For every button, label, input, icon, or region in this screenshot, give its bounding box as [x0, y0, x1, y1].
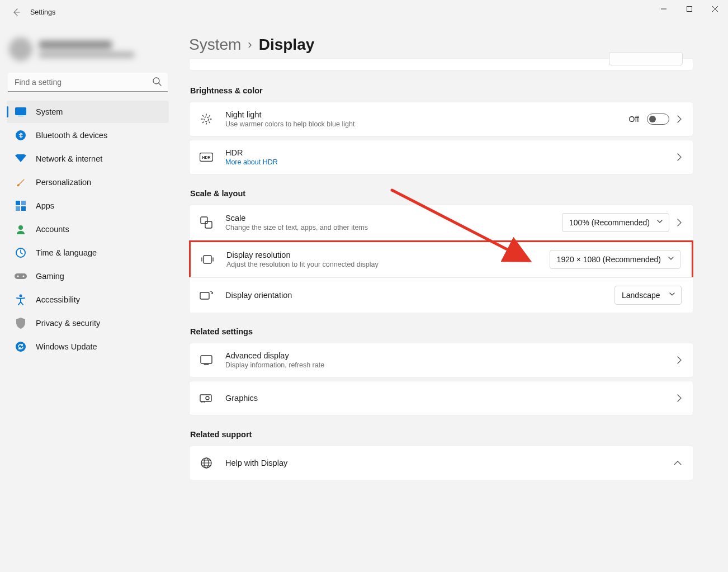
sidebar-item-label: System [36, 107, 63, 116]
sidebar-item-apps[interactable]: Apps [7, 195, 169, 217]
orientation-value: Landscape [622, 291, 660, 300]
scale-sub: Change the size of text, apps, and other… [225, 224, 562, 231]
svg-rect-20 [205, 221, 212, 228]
chevron-right-icon [677, 153, 682, 161]
night-light-state: Off [629, 115, 639, 124]
chevron-right-icon [677, 219, 682, 226]
svg-point-1 [153, 78, 159, 84]
clock-globe-icon [15, 247, 27, 259]
resolution-icon [201, 253, 214, 266]
sidebar-item-system[interactable]: System [7, 101, 169, 123]
page-title: Display [259, 36, 315, 54]
update-icon [15, 341, 27, 353]
svg-rect-23 [201, 356, 212, 363]
back-arrow-icon [12, 8, 21, 17]
main-content: System › Display Brightness & color Nigh… [176, 25, 728, 572]
section-heading-scale: Scale & layout [190, 189, 693, 198]
sidebar: System Bluetooth & devices Network & int… [0, 25, 176, 572]
night-light-row[interactable]: Night light Use warmer colors to help bl… [189, 102, 693, 136]
sidebar-item-personalization[interactable]: Personalization [7, 171, 169, 193]
advanced-display-title: Advanced display [225, 351, 677, 360]
svg-point-16 [204, 117, 209, 121]
svg-point-25 [206, 396, 209, 400]
sidebar-item-time-language[interactable]: Time & language [7, 242, 169, 264]
sidebar-item-label: Gaming [36, 272, 64, 281]
section-heading-related: Related settings [190, 327, 693, 336]
globe-icon [200, 456, 213, 470]
chevron-right-icon [677, 394, 682, 402]
hdr-row[interactable]: HDR HDR More about HDR [189, 140, 693, 174]
svg-point-9 [18, 225, 23, 230]
resolution-sub: Adjust the resolution to fit your connec… [226, 261, 550, 268]
svg-rect-2 [16, 108, 26, 115]
section-heading-support: Related support [190, 430, 693, 439]
svg-text:HDR: HDR [202, 155, 210, 159]
monitor-icon [200, 353, 213, 367]
scale-select[interactable]: 100% (Recommended) [562, 213, 669, 232]
svg-point-15 [16, 342, 26, 352]
minimize-button[interactable] [651, 0, 677, 18]
sidebar-item-label: Apps [36, 201, 54, 210]
help-display-title: Help with Display [225, 458, 674, 467]
sidebar-item-label: Time & language [36, 248, 97, 257]
sidebar-item-bluetooth[interactable]: Bluetooth & devices [7, 124, 169, 146]
graphics-row[interactable]: Graphics [189, 381, 693, 415]
breadcrumb: System › Display [189, 36, 693, 54]
section-heading-brightness: Brightness & color [190, 86, 693, 95]
chevron-down-icon [668, 255, 674, 262]
display-resolution-row[interactable]: Display resolution Adjust the resolution… [189, 240, 693, 277]
orientation-select[interactable]: Landscape [614, 286, 682, 305]
advanced-display-row[interactable]: Advanced display Display information, re… [189, 343, 693, 377]
svg-rect-8 [21, 206, 26, 211]
hdr-more-link[interactable]: More about HDR [225, 158, 677, 166]
sidebar-item-label: Windows Update [36, 342, 97, 351]
hdr-icon: HDR [200, 150, 213, 164]
maximize-button[interactable] [677, 0, 702, 18]
accessibility-icon [15, 294, 27, 306]
advanced-display-sub: Display information, refresh rate [225, 361, 677, 369]
graphics-card-icon [200, 391, 213, 405]
sidebar-item-label: Bluetooth & devices [36, 131, 107, 140]
sidebar-item-windows-update[interactable]: Windows Update [7, 335, 169, 358]
shield-icon [15, 317, 27, 329]
avatar [9, 37, 32, 61]
help-display-row[interactable]: Help with Display [189, 446, 693, 480]
svg-rect-6 [21, 201, 26, 205]
orientation-icon [200, 289, 213, 302]
user-account-block[interactable] [9, 32, 167, 66]
sidebar-item-network[interactable]: Network & internet [7, 148, 169, 170]
person-icon [15, 223, 27, 235]
window-controls [651, 0, 728, 18]
svg-point-13 [23, 276, 25, 277]
orientation-row[interactable]: Display orientation Landscape [189, 277, 693, 313]
sidebar-item-label: Personalization [36, 178, 91, 187]
night-light-sub: Use warmer colors to help block blue lig… [225, 120, 629, 128]
resolution-value: 1920 × 1080 (Recommended) [557, 255, 661, 264]
breadcrumb-parent[interactable]: System [189, 36, 241, 54]
close-button[interactable] [702, 0, 728, 18]
scale-icon [200, 216, 213, 229]
nav: System Bluetooth & devices Network & int… [7, 101, 169, 359]
hdr-title: HDR [225, 148, 677, 157]
svg-rect-0 [687, 7, 692, 12]
chevron-down-icon [669, 291, 675, 297]
sidebar-item-accessibility[interactable]: Accessibility [7, 289, 169, 311]
scale-row[interactable]: Scale Change the size of text, apps, and… [189, 205, 693, 240]
sidebar-item-gaming[interactable]: Gaming [7, 265, 169, 287]
gamepad-icon [15, 270, 27, 282]
night-light-toggle[interactable] [647, 114, 669, 125]
system-icon [15, 106, 27, 118]
sidebar-item-label: Network & internet [36, 154, 102, 163]
svg-rect-22 [200, 292, 209, 299]
scale-title: Scale [225, 214, 562, 223]
sidebar-item-label: Privacy & security [36, 319, 100, 328]
sidebar-item-accounts[interactable]: Accounts [7, 218, 169, 240]
svg-rect-11 [15, 273, 27, 279]
sidebar-item-privacy[interactable]: Privacy & security [7, 312, 169, 334]
resolution-select[interactable]: 1920 × 1080 (Recommended) [550, 250, 680, 269]
search-input[interactable] [8, 73, 168, 92]
titlebar: Settings [0, 0, 728, 25]
back-button[interactable] [7, 3, 26, 22]
svg-point-12 [17, 276, 19, 277]
chevron-right-icon: › [248, 37, 252, 52]
